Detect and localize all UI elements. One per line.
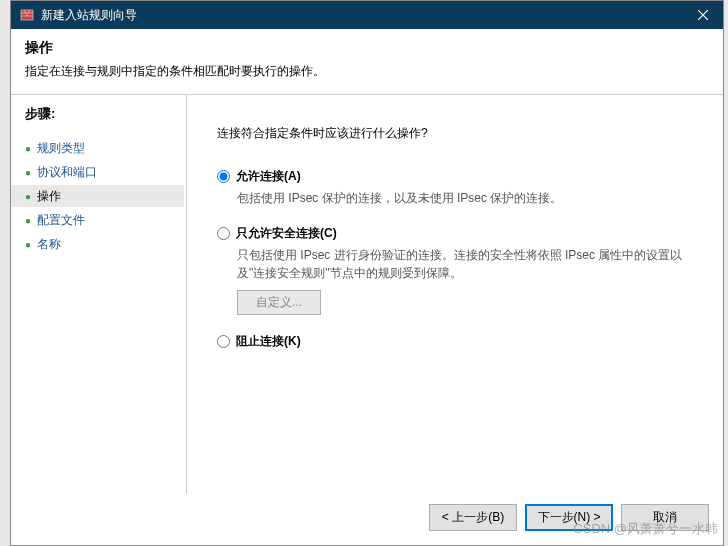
customize-button: 自定义...: [237, 290, 321, 315]
bullet-icon: ●: [25, 167, 31, 178]
bullet-icon: ●: [25, 239, 31, 250]
steps-heading: 步骤:: [25, 105, 186, 123]
bullet-icon: ●: [25, 191, 31, 202]
wizard-body: 步骤: ● 规则类型 ● 协议和端口 ● 操作 ● 配置文件 ● 名称: [11, 95, 723, 494]
radio-secure-desc: 只包括使用 IPsec 进行身份验证的连接。连接的安全性将依照 IPsec 属性…: [237, 246, 693, 282]
step-action[interactable]: ● 操作: [11, 185, 184, 207]
content-panel: 连接符合指定条件时应该进行什么操作? 允许连接(A) 包括使用 IPsec 保护…: [187, 95, 723, 494]
option-block-row[interactable]: 阻止连接(K): [217, 333, 693, 350]
question-text: 连接符合指定条件时应该进行什么操作?: [217, 125, 693, 142]
option-secure: 只允许安全连接(C) 只包括使用 IPsec 进行身份验证的连接。连接的安全性将…: [217, 225, 693, 315]
wizard-header: 操作 指定在连接与规则中指定的条件相匹配时要执行的操作。: [11, 29, 723, 95]
step-protocol-port[interactable]: ● 协议和端口: [25, 161, 186, 183]
wizard-window: 新建入站规则向导 操作 指定在连接与规则中指定的条件相匹配时要执行的操作。 步骤…: [10, 0, 724, 546]
steps-sidebar: 步骤: ● 规则类型 ● 协议和端口 ● 操作 ● 配置文件 ● 名称: [11, 95, 186, 494]
page-description: 指定在连接与规则中指定的条件相匹配时要执行的操作。: [25, 63, 709, 80]
step-profile[interactable]: ● 配置文件: [25, 209, 186, 231]
wizard-footer: < 上一步(B) 下一步(N) > 取消: [11, 494, 723, 545]
step-label: 配置文件: [37, 212, 85, 229]
radio-block-label: 阻止连接(K): [236, 333, 301, 350]
step-name[interactable]: ● 名称: [25, 233, 186, 255]
next-button[interactable]: 下一步(N) >: [525, 504, 613, 531]
radio-secure[interactable]: [217, 227, 230, 240]
step-label: 规则类型: [37, 140, 85, 157]
titlebar: 新建入站规则向导: [11, 1, 723, 29]
option-allow-row[interactable]: 允许连接(A): [217, 168, 693, 185]
bullet-icon: ●: [25, 215, 31, 226]
radio-allow-desc: 包括使用 IPsec 保护的连接，以及未使用 IPsec 保护的连接。: [237, 189, 693, 207]
step-label: 操作: [37, 188, 61, 205]
cancel-button[interactable]: 取消: [621, 504, 709, 531]
step-label: 协议和端口: [37, 164, 97, 181]
option-allow: 允许连接(A) 包括使用 IPsec 保护的连接，以及未使用 IPsec 保护的…: [217, 168, 693, 207]
back-button[interactable]: < 上一步(B): [429, 504, 517, 531]
bullet-icon: ●: [25, 143, 31, 154]
radio-allow[interactable]: [217, 170, 230, 183]
step-label: 名称: [37, 236, 61, 253]
option-secure-row[interactable]: 只允许安全连接(C): [217, 225, 693, 242]
radio-allow-label: 允许连接(A): [236, 168, 301, 185]
page-title: 操作: [25, 39, 709, 57]
radio-block[interactable]: [217, 335, 230, 348]
option-block: 阻止连接(K): [217, 333, 693, 350]
window-title: 新建入站规则向导: [41, 7, 683, 24]
radio-secure-label: 只允许安全连接(C): [236, 225, 337, 242]
close-button[interactable]: [683, 1, 723, 29]
action-radio-group: 允许连接(A) 包括使用 IPsec 保护的连接，以及未使用 IPsec 保护的…: [217, 168, 693, 350]
firewall-icon: [19, 7, 35, 23]
step-rule-type[interactable]: ● 规则类型: [25, 137, 186, 159]
